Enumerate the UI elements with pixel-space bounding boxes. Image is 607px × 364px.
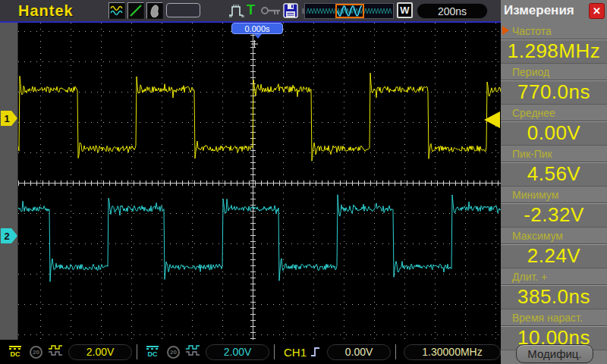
statusbar-divider xyxy=(274,344,275,359)
dc-solid-line-icon xyxy=(9,346,21,347)
measurement-label: Длит. + xyxy=(512,271,547,283)
ch1-badge-label: 1 xyxy=(4,113,9,124)
left-margin-strip xyxy=(0,23,18,340)
measurement-label: Период xyxy=(512,66,549,78)
ch2-coupling-label: DC xyxy=(148,350,158,358)
measurement-item-mean: Среднее 0.00V xyxy=(501,105,607,146)
measurements-panel: Измерения ✕ Частота 1.298MHz Период 770.… xyxy=(501,0,607,364)
ch1-invert-button[interactable] xyxy=(48,344,63,359)
key-icon xyxy=(261,5,281,16)
trigger-source-label[interactable]: CH1 xyxy=(284,346,307,359)
trigger-status-indicator: T xyxy=(247,2,255,18)
channels-waveform-button[interactable] xyxy=(109,2,125,19)
measurement-item-period: Период 770.0ns xyxy=(501,64,607,105)
ch2-position-marker[interactable]: 2 xyxy=(1,228,18,243)
measurement-value: 2.24V xyxy=(501,243,607,268)
measurement-value: 1.298MHz xyxy=(501,39,607,64)
measurement-item-maximum: Максимум 2.24V xyxy=(501,228,607,268)
hand-icon xyxy=(149,4,161,17)
close-button[interactable]: ✕ xyxy=(589,3,605,19)
waveform-preview-icon xyxy=(305,4,393,18)
ch2-coupling-button[interactable]: DC xyxy=(144,346,161,358)
cursor-line-icon xyxy=(129,4,143,17)
cursor-line-button[interactable] xyxy=(127,2,144,19)
trigger-time-marker[interactable]: 0.000s xyxy=(231,23,283,34)
brand-logo: Hantek xyxy=(18,2,74,20)
lock-key-button[interactable] xyxy=(261,2,281,19)
measurement-list: Частота 1.298MHz Период 770.0ns Среднее … xyxy=(501,23,607,340)
save-button[interactable] xyxy=(282,2,299,19)
waveform-preview-strip[interactable] xyxy=(304,3,394,19)
grid-layer xyxy=(18,23,501,340)
top-toolbar: Hantek T xyxy=(0,0,501,21)
save-icon xyxy=(283,3,298,18)
status-bar: DC 20 2.00V DC 20 2.00V xyxy=(0,340,501,364)
measurement-label: Пик-Пик xyxy=(512,148,552,160)
bw-20-icon: 20 xyxy=(170,349,177,356)
waveform-svg xyxy=(18,23,501,340)
measurement-item-frequency: Частота 1.298MHz xyxy=(501,23,607,64)
measurement-value: -2.32V xyxy=(501,202,607,228)
ch1-coupling-button[interactable]: DC xyxy=(7,346,24,358)
panel-header: Измерения ✕ xyxy=(501,0,607,21)
pulse-mode-button[interactable] xyxy=(228,2,246,19)
ch1-position-marker[interactable]: 1 xyxy=(1,111,18,126)
measurement-label: Частота xyxy=(512,25,552,37)
ch1-invert-icon xyxy=(48,344,63,356)
statusbar-divider xyxy=(395,344,396,359)
dc-dashed-line-icon xyxy=(146,348,159,350)
statusbar-divider xyxy=(137,344,137,359)
trigger-time-label: 0.000s xyxy=(244,24,269,33)
preview-dim-trace xyxy=(307,8,392,14)
ch2-badge-label: 2 xyxy=(4,231,9,242)
pulse-icon xyxy=(228,3,246,18)
selected-arrow-icon xyxy=(502,26,514,35)
trace-ch1 xyxy=(18,73,501,161)
measurement-label: Максимум xyxy=(512,230,563,242)
ch2-invert-icon xyxy=(185,344,200,356)
channels-waveform-icon xyxy=(110,5,124,17)
toolbar-field[interactable] xyxy=(166,3,200,17)
rising-edge-icon xyxy=(310,346,322,358)
ch2-invert-button[interactable] xyxy=(185,344,200,359)
measurement-item-minimum: Минимум -2.32V xyxy=(501,187,607,228)
timebase-readout[interactable]: 200ns xyxy=(417,3,488,19)
ch1-bandwidth-limit-button[interactable]: 20 xyxy=(30,346,42,359)
ch1-coupling-label: DC xyxy=(11,350,20,358)
measurement-value: 0.00V xyxy=(501,121,607,146)
trace-ch2 xyxy=(18,195,501,282)
measurement-label: Среднее xyxy=(512,107,555,119)
dc-dashed-line-icon xyxy=(9,348,21,350)
measurement-value: 4.56V xyxy=(501,162,607,187)
modify-button[interactable]: Модифиц. xyxy=(516,344,593,363)
hand-tool-button[interactable] xyxy=(146,2,163,19)
ch1-volts-per-div[interactable]: 2.00V xyxy=(68,344,132,360)
waveform-display xyxy=(18,23,501,340)
ch2-bandwidth-limit-button[interactable]: 20 xyxy=(167,346,180,359)
measurement-item-poswidth: Длит. + 385.0ns xyxy=(501,268,607,309)
oscilloscope-screen: Hantek T xyxy=(0,0,607,364)
trace-layer xyxy=(18,73,501,281)
measurement-value: 385.0ns xyxy=(501,284,607,309)
measurement-label: Минимум xyxy=(512,189,558,201)
dc-solid-line-icon xyxy=(146,346,159,347)
measurement-item-peakpeak: Пик-Пик 4.56V xyxy=(501,146,607,187)
trigger-frequency-counter: 1.30000MHz xyxy=(404,344,501,360)
window-zoom-button[interactable]: W xyxy=(397,2,413,18)
measurement-value: 770.0ns xyxy=(501,80,607,105)
panel-title: Измерения xyxy=(504,3,574,18)
trigger-level-readout[interactable]: 0.00V xyxy=(327,344,391,360)
bw-20-icon: 20 xyxy=(33,349,39,356)
measurement-label: Время нараст. xyxy=(512,312,583,324)
ch2-volts-per-div[interactable]: 2.00V xyxy=(206,344,269,360)
close-icon: ✕ xyxy=(593,6,601,16)
